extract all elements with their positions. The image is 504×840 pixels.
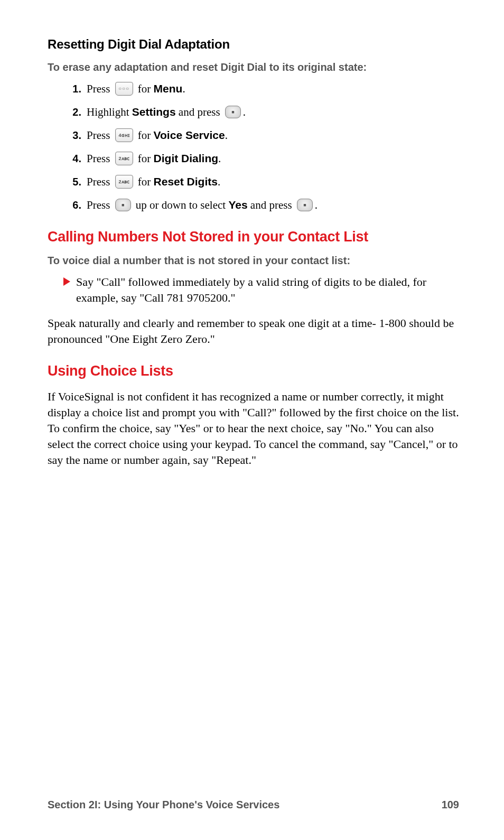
bullet-text: Say "Call" followed immediately by a val…: [76, 274, 459, 306]
triangle-icon: [63, 277, 70, 286]
step-num: 3.: [69, 127, 87, 143]
t: for: [135, 174, 154, 190]
step-5: 5. Press 2ᴀʙᴄ for Reset Digits .: [69, 174, 459, 190]
t: Settings: [132, 104, 176, 120]
step-num: 1.: [69, 81, 87, 97]
footer-section: Section 2I: Using Your Phone's Voice Ser…: [48, 799, 279, 811]
heading-choice: Using Choice Lists: [48, 363, 459, 379]
t: Press: [87, 127, 113, 143]
step-num: 2.: [69, 104, 87, 120]
t: for: [135, 151, 154, 166]
step-3: 3. Press 4ɢʜɪ for Voice Service .: [69, 127, 459, 143]
steps-list: 1. Press ○○○ for Menu . 2. Highlight Set…: [48, 81, 459, 213]
t: .: [218, 151, 221, 166]
t: Press: [87, 81, 113, 97]
t: .: [225, 127, 228, 143]
step-num: 6.: [69, 197, 87, 213]
t: .: [243, 104, 246, 120]
t: Voice Service: [154, 127, 225, 143]
step-2: 2. Highlight Settings and press ■ .: [69, 104, 459, 120]
t: Yes: [228, 197, 247, 213]
heading-reset: Resetting Digit Dial Adaptation: [48, 37, 459, 52]
step-num: 4.: [69, 151, 87, 166]
t: for: [135, 81, 154, 97]
ok-key-icon: ■: [115, 199, 131, 211]
step-6: 6. Press ■ up or down to select Yes and …: [69, 197, 459, 213]
t: Menu: [154, 81, 183, 97]
4ghi-key-icon: 4ɢʜɪ: [115, 128, 133, 142]
step-4: 4. Press 2ᴀʙᴄ for Digit Dialing .: [69, 151, 459, 166]
page-number: 109: [442, 799, 459, 811]
heading-calling: Calling Numbers Not Stored in your Conta…: [48, 229, 459, 245]
step-1: 1. Press ○○○ for Menu .: [69, 81, 459, 97]
bullet-call: Say "Call" followed immediately by a val…: [48, 274, 459, 306]
step-num: 5.: [69, 174, 87, 190]
t: and press: [248, 197, 295, 213]
menu-key-icon: ○○○: [115, 82, 133, 96]
2abc-key-icon: 2ᴀʙᴄ: [115, 152, 133, 165]
t: Press: [87, 174, 113, 190]
t: Highlight: [87, 104, 132, 120]
ok-key-icon: ■: [225, 106, 241, 118]
intro-reset: To erase any adaptation and reset Digit …: [48, 61, 459, 73]
t: Reset Digits: [154, 174, 218, 190]
ok-key-icon: ■: [297, 199, 313, 211]
t: Press: [87, 197, 113, 213]
t: Press: [87, 151, 113, 166]
t: Digit Dialing: [154, 151, 219, 166]
t: .: [315, 197, 318, 213]
para-speak: Speak naturally and clearly and remember…: [48, 315, 459, 347]
t: up or down to select: [133, 197, 229, 213]
t: .: [218, 174, 220, 190]
page-footer: Section 2I: Using Your Phone's Voice Ser…: [48, 799, 459, 811]
t: for: [135, 127, 154, 143]
2abc-key-icon: 2ᴀʙᴄ: [115, 175, 133, 189]
t: .: [182, 81, 185, 97]
t: and press: [176, 104, 223, 120]
intro-calling: To voice dial a number that is not store…: [48, 255, 459, 267]
para-choice: If VoiceSignal is not confident it has r…: [48, 389, 459, 468]
